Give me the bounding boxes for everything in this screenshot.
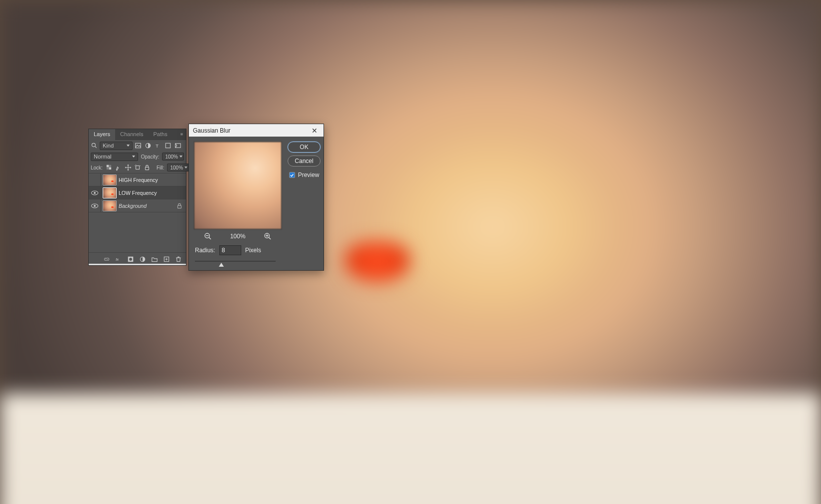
panel-menu-icon[interactable]: ≡ — [178, 129, 186, 140]
zoom-in-icon[interactable] — [264, 232, 272, 240]
group-icon[interactable] — [151, 256, 158, 263]
slider-thumb[interactable] — [219, 263, 224, 267]
lock-brush-icon[interactable] — [115, 164, 122, 171]
check-icon — [290, 173, 294, 177]
zoom-out-icon[interactable] — [204, 232, 212, 240]
svg-point-23 — [94, 205, 96, 207]
trash-icon[interactable] — [175, 256, 182, 263]
mask-icon[interactable] — [127, 256, 134, 263]
svg-marker-14 — [130, 167, 131, 168]
opacity-value[interactable]: 100% — [162, 153, 184, 161]
adjustment-layer-icon[interactable] — [139, 256, 146, 263]
svg-rect-19 — [145, 167, 149, 169]
blend-mode-value: Normal — [94, 154, 111, 160]
svg-rect-7 — [107, 165, 109, 168]
layer-name: LOW Frequency — [119, 190, 157, 196]
fill-value[interactable]: 100% — [167, 164, 189, 171]
filter-smart-icon[interactable] — [174, 142, 181, 149]
layer-thumbnail[interactable] — [103, 174, 117, 185]
layer-name: Background — [119, 203, 147, 209]
chevron-down-icon — [179, 156, 182, 158]
svg-line-36 — [269, 237, 271, 239]
lock-all-icon[interactable] — [144, 164, 151, 171]
svg-marker-13 — [125, 167, 126, 168]
chevron-down-icon — [127, 145, 130, 147]
search-icon[interactable] — [91, 142, 98, 149]
gaussian-blur-dialog: Gaussian Blur ✕ 100% Radius: Pixels — [188, 124, 324, 271]
svg-rect-15 — [136, 166, 139, 169]
svg-point-27 — [129, 258, 132, 261]
lock-icon — [176, 202, 183, 209]
layer-row[interactable]: HIGH Frequency — [89, 173, 186, 186]
tab-channels[interactable]: Channels — [115, 129, 148, 140]
tab-layers[interactable]: Layers — [89, 129, 115, 140]
radius-slider[interactable] — [195, 258, 276, 265]
layer-list: HIGH Frequency LOW Frequency Background — [89, 173, 186, 212]
lock-position-icon[interactable] — [125, 164, 132, 171]
opacity-value-text: 100% — [165, 154, 178, 160]
radius-label: Radius: — [195, 247, 215, 254]
visibility-toggle[interactable] — [89, 199, 101, 212]
link-icon[interactable] — [103, 256, 110, 263]
chevron-down-icon — [184, 167, 187, 168]
opacity-label: Opacity: — [141, 154, 160, 160]
layer-row[interactable]: LOW Frequency — [89, 186, 186, 199]
svg-rect-8 — [109, 167, 111, 169]
svg-rect-5 — [165, 143, 170, 148]
zoom-level: 100% — [230, 233, 246, 240]
radius-input[interactable] — [219, 245, 241, 255]
preview-label: Preview — [298, 171, 320, 178]
layer-thumbnail[interactable] — [103, 200, 117, 211]
filter-adjustment-icon[interactable] — [145, 142, 152, 149]
kind-label: Kind — [103, 143, 114, 149]
eye-icon — [91, 190, 99, 196]
panel-tabs: Layers Channels Paths ≡ — [89, 129, 186, 140]
fx-icon[interactable]: fx — [115, 256, 122, 263]
visibility-toggle[interactable] — [89, 173, 101, 186]
lock-artboard-icon[interactable] — [134, 164, 141, 171]
fill-label: Fill: — [157, 165, 164, 170]
svg-rect-24 — [178, 205, 181, 208]
lock-label: Lock: — [91, 165, 103, 170]
tab-paths[interactable]: Paths — [149, 129, 172, 140]
filter-image-icon[interactable] — [135, 142, 142, 149]
svg-marker-11 — [127, 165, 129, 166]
slider-track — [195, 261, 276, 262]
svg-point-21 — [94, 192, 96, 194]
preview-checkbox-row[interactable]: Preview — [289, 171, 320, 178]
layer-row[interactable]: Background — [89, 199, 186, 212]
eye-icon — [91, 203, 99, 209]
layers-panel: Layers Channels Paths ≡ Kind T Normal Op… — [88, 129, 186, 266]
filter-row: Kind T — [89, 140, 186, 151]
filter-type-icon[interactable]: T — [155, 142, 162, 149]
filter-shape-icon[interactable] — [164, 142, 171, 149]
preview-box[interactable] — [194, 142, 282, 229]
blend-row: Normal Opacity: 100% — [89, 151, 186, 162]
svg-rect-9 — [109, 165, 111, 168]
panel-resize-grip[interactable] — [89, 264, 186, 265]
svg-line-1 — [95, 147, 97, 148]
visibility-toggle[interactable] — [89, 186, 101, 199]
preview-checkbox[interactable] — [289, 172, 295, 178]
svg-rect-10 — [107, 167, 109, 169]
radius-unit: Pixels — [245, 247, 261, 254]
layer-thumbnail[interactable] — [103, 187, 117, 198]
blend-mode-select[interactable]: Normal — [91, 153, 138, 161]
chevron-down-icon — [132, 156, 135, 158]
fill-value-text: 100% — [170, 165, 183, 170]
canvas-image-lips — [345, 242, 410, 282]
kind-select[interactable]: Kind — [100, 142, 133, 150]
dialog-title: Gaussian Blur — [193, 127, 230, 134]
lock-row: Lock: Fill: 100% — [89, 162, 186, 173]
ok-button[interactable]: OK — [288, 142, 321, 153]
svg-marker-12 — [127, 169, 129, 170]
cancel-button[interactable]: Cancel — [288, 156, 321, 167]
svg-text:T: T — [156, 144, 159, 149]
close-icon[interactable]: ✕ — [310, 126, 320, 135]
dialog-titlebar[interactable]: Gaussian Blur ✕ — [189, 124, 324, 137]
lock-transparency-icon[interactable] — [106, 164, 113, 171]
svg-point-0 — [92, 143, 95, 147]
layer-name: HIGH Frequency — [119, 177, 158, 183]
new-layer-icon[interactable] — [163, 256, 170, 263]
svg-text:fx: fx — [116, 257, 119, 261]
